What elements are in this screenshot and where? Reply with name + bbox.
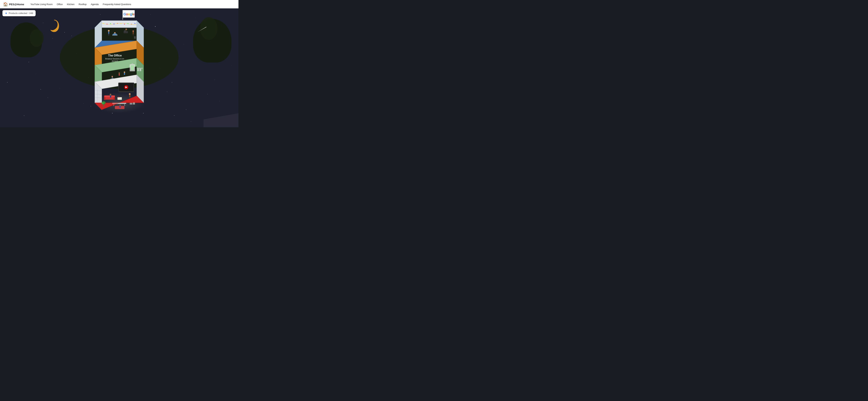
svg-rect-26 (124, 31, 126, 31)
svg-rect-87 (118, 97, 122, 100)
svg-point-85 (110, 94, 112, 95)
svg-text:Google: Google (123, 12, 134, 16)
nav-links: YouTube Living Room Office Kitchen Rooft… (28, 0, 133, 8)
star (48, 97, 48, 98)
svg-rect-101 (130, 103, 132, 105)
scene: Google (0, 8, 239, 127)
nav-agenda[interactable]: Agenda (89, 0, 101, 8)
nav-rooftop[interactable]: Rooftop (76, 0, 89, 8)
svg-point-52 (131, 63, 133, 65)
svg-line-93 (124, 104, 125, 106)
star (60, 88, 60, 88)
star (208, 94, 208, 94)
svg-point-15 (124, 24, 125, 25)
svg-rect-96 (120, 106, 121, 108)
star (24, 115, 25, 116)
svg-point-27 (114, 32, 116, 34)
badge-label: Products collected (9, 12, 27, 15)
svg-point-30 (132, 30, 134, 32)
svg-point-18 (134, 23, 135, 24)
svg-rect-84 (104, 95, 115, 97)
star (186, 109, 186, 110)
logo-icon: 🏠 (3, 1, 8, 7)
svg-rect-54 (119, 74, 120, 76)
svg-rect-65 (137, 68, 143, 69)
svg-point-55 (124, 71, 125, 73)
svg-marker-46 (95, 58, 144, 72)
svg-point-12 (114, 24, 115, 25)
svg-rect-67 (140, 69, 141, 71)
building-svg: Google (88, 10, 151, 118)
nav-faq[interactable]: Frequently Asked Questions (101, 0, 133, 8)
navigation: 🏠 PES@Home YouTube Living Room Office Ki… (0, 0, 239, 8)
tree-right-small (200, 17, 218, 40)
svg-rect-102 (133, 103, 135, 105)
star (172, 82, 172, 83)
nav-youtube-living-room[interactable]: YouTube Living Room (28, 0, 55, 8)
star (155, 26, 156, 27)
svg-rect-22 (109, 34, 109, 35)
svg-text:The Office: The Office (108, 54, 122, 57)
svg-point-17 (131, 24, 132, 25)
svg-rect-86 (110, 95, 111, 97)
svg-point-57 (112, 76, 113, 77)
svg-point-16 (128, 23, 128, 24)
svg-point-89 (129, 93, 131, 95)
logo-text: PES@Home (9, 3, 24, 6)
building-container: Google (88, 10, 151, 119)
star (53, 38, 53, 38)
star (12, 18, 12, 18)
svg-point-88 (118, 97, 119, 97)
star-icon: ★ (5, 11, 7, 15)
products-badge: ★ Products collected 0/49 (2, 10, 36, 16)
star (64, 32, 65, 32)
svg-point-11 (110, 23, 111, 24)
svg-point-100 (102, 102, 104, 104)
svg-point-19 (108, 30, 110, 32)
svg-point-14 (121, 23, 122, 24)
svg-rect-33 (133, 34, 134, 35)
svg-rect-32 (133, 34, 133, 35)
svg-point-9 (103, 23, 104, 24)
svg-text:Breakout Sessions & on-: Breakout Sessions & on- (105, 58, 124, 60)
nav-office[interactable]: Office (55, 0, 65, 8)
svg-rect-21 (108, 34, 109, 35)
svg-rect-25 (124, 31, 128, 33)
star (174, 115, 175, 116)
svg-point-95 (119, 105, 121, 106)
star (40, 89, 41, 89)
svg-rect-31 (133, 32, 134, 34)
badge-count: 0/49 (29, 12, 33, 15)
svg-marker-5 (95, 21, 144, 28)
svg-rect-29 (112, 34, 118, 36)
moon (47, 19, 61, 35)
star (191, 121, 191, 122)
svg-point-13 (117, 23, 118, 24)
svg-rect-51 (131, 65, 134, 70)
star (167, 92, 167, 92)
logo-link[interactable]: 🏠 PES@Home (3, 1, 24, 7)
svg-point-23 (125, 28, 127, 30)
svg-rect-90 (129, 95, 130, 97)
svg-point-10 (107, 24, 107, 25)
star (43, 23, 43, 23)
svg-text:🏠: 🏠 (3, 2, 8, 7)
svg-point-53 (119, 73, 120, 74)
nav-kitchen[interactable]: Kitchen (65, 0, 76, 8)
tree-left-small (30, 29, 44, 47)
svg-point-38 (135, 37, 136, 37)
moon-svg (47, 19, 61, 35)
svg-rect-56 (124, 73, 125, 75)
svg-rect-66 (137, 69, 139, 71)
star (29, 62, 29, 62)
star (7, 82, 7, 83)
svg-rect-20 (108, 32, 109, 34)
